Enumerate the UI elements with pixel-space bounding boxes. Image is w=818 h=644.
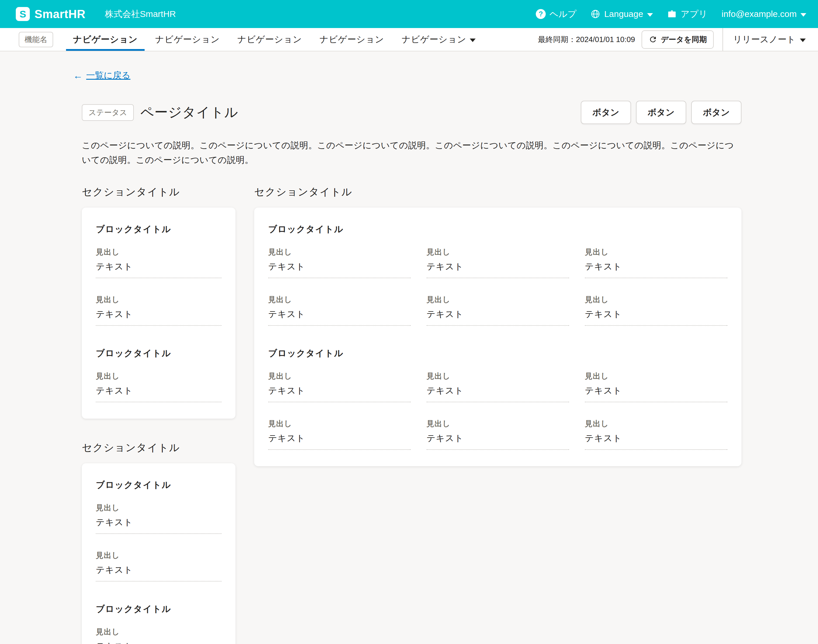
definition-value: テキスト <box>96 564 221 581</box>
global-header: S SmartHR 株式会社SmartHR ? ヘルプ Language <box>0 0 818 28</box>
definition-term: 見出し <box>96 503 221 513</box>
definition-term: 見出し <box>585 371 727 381</box>
sync-data-label: データを同期 <box>661 34 707 44</box>
definition-value: テキスト <box>268 385 411 402</box>
block-title: ブロックタイトル <box>268 347 727 359</box>
definition-term: 見出し <box>96 247 221 257</box>
briefcase-icon <box>667 9 677 19</box>
left-column: セクションタイトル ブロックタイトル 見出し テキスト 見出し テキスト <box>82 185 235 644</box>
block-2: ブロックタイトル 見出し テキスト 見出し テキスト <box>268 347 727 450</box>
definition-item: 見出し テキスト <box>96 247 221 278</box>
section-3: セクションタイトル ブロックタイトル 見出し テキスト 見出し テキスト <box>82 441 235 644</box>
definition-term: 見出し <box>268 419 411 429</box>
nav-right-area: 最終同期：2024/01/01 10:09 データを同期 リリースノート <box>538 28 810 51</box>
page-action-buttons: ボタン ボタン ボタン <box>581 101 741 124</box>
release-notes-menu[interactable]: リリースノート <box>723 34 810 46</box>
definition-value: テキスト <box>268 308 411 326</box>
definition-item: 見出し テキスト <box>426 419 569 450</box>
definition-value: テキスト <box>426 308 569 326</box>
definition-item: 見出し テキスト <box>268 294 411 326</box>
back-link-label: 一覧に戻る <box>86 69 130 81</box>
definition-term: 見出し <box>268 371 411 381</box>
definition-item: 見出し テキスト <box>585 247 727 278</box>
definition-value: テキスト <box>585 308 727 326</box>
definition-term: 見出し <box>426 419 569 429</box>
block-title: ブロックタイトル <box>268 223 727 235</box>
apps-menu-item[interactable]: アプリ <box>667 8 707 20</box>
block-2: ブロックタイトル 見出し テキスト <box>96 347 221 402</box>
header-menu: ? ヘルプ Language <box>536 8 806 20</box>
page-description: このページについての説明。このページについての説明。このページについての説明。こ… <box>82 138 741 167</box>
block-1: ブロックタイトル 見出し テキスト 見出し テキスト <box>96 479 221 581</box>
definition-term: 見出し <box>426 294 569 305</box>
chevron-down-icon <box>800 38 806 42</box>
definition-item: 見出し テキスト <box>268 371 411 402</box>
nav-tab-1[interactable]: ナビゲーション <box>64 28 146 51</box>
section-title: セクションタイトル <box>82 185 235 199</box>
language-menu-item[interactable]: Language <box>590 9 653 19</box>
action-button-3[interactable]: ボタン <box>691 101 741 124</box>
definition-term: 見出し <box>96 627 221 637</box>
smarthr-logo-text: SmartHR <box>34 8 86 21</box>
definition-term: 見出し <box>426 371 569 381</box>
definition-value: テキスト <box>96 517 221 534</box>
nav-tabs: ナビゲーション ナビゲーション ナビゲーション ナビゲーション ナビゲーション <box>64 28 484 51</box>
section-2: セクションタイトル ブロックタイトル 見出し テキスト 見出し <box>254 185 741 466</box>
company-name: 株式会社SmartHR <box>105 8 176 20</box>
nav-tab-3[interactable]: ナビゲーション <box>228 28 311 51</box>
nav-tab-2[interactable]: ナビゲーション <box>146 28 228 51</box>
definition-term: 見出し <box>585 294 727 305</box>
account-menu-item[interactable]: info@example.com <box>721 9 806 19</box>
definition-grid: 見出し テキスト 見出し テキスト 見出し テキスト <box>268 235 727 326</box>
main-content: ← 一覧に戻る ステータス ページタイトル ボタン ボタン ボタン このページに… <box>0 51 818 644</box>
definition-item: 見出し テキスト <box>96 550 221 581</box>
sync-data-button[interactable]: データを同期 <box>641 31 714 49</box>
definition-value: テキスト <box>585 432 727 450</box>
help-menu-item[interactable]: ? ヘルプ <box>536 8 577 20</box>
action-button-1[interactable]: ボタン <box>581 101 631 124</box>
block-title: ブロックタイトル <box>96 479 221 491</box>
definition-value: テキスト <box>585 385 727 402</box>
back-arrow-icon: ← <box>73 70 83 81</box>
feature-name-badge: 機能名 <box>19 32 53 47</box>
block-title: ブロックタイトル <box>96 347 221 359</box>
language-label: Language <box>604 9 643 19</box>
status-badge: ステータス <box>82 104 134 121</box>
nav-tab-label: ナビゲーション <box>320 34 384 46</box>
definition-term: 見出し <box>96 294 221 305</box>
definition-term: 見出し <box>268 247 411 257</box>
back-to-list-link[interactable]: ← 一覧に戻る <box>73 69 130 81</box>
definition-item: 見出し テキスト <box>585 294 727 326</box>
definition-value: テキスト <box>96 308 221 326</box>
app-navigation: 機能名 ナビゲーション ナビゲーション ナビゲーション ナビゲーション ナビゲー… <box>0 28 818 51</box>
smarthr-logo[interactable]: S SmartHR <box>16 7 86 21</box>
definition-value: テキスト <box>426 432 569 450</box>
section-3-card: ブロックタイトル 見出し テキスト 見出し テキスト ブロックタイトル <box>82 463 235 644</box>
definition-value: テキスト <box>96 261 221 278</box>
help-icon: ? <box>536 9 546 19</box>
nav-tab-5[interactable]: ナビゲーション <box>393 28 484 51</box>
definition-term: 見出し <box>96 550 221 561</box>
definition-item: 見出し テキスト <box>426 294 569 326</box>
chevron-down-icon <box>647 13 653 17</box>
definition-item: 見出し テキスト <box>426 247 569 278</box>
definition-item: 見出し テキスト <box>96 294 221 326</box>
right-column: セクションタイトル ブロックタイトル 見出し テキスト 見出し <box>254 185 741 466</box>
definition-grid: 見出し テキスト 見出し テキスト 見出し テキスト <box>268 359 727 450</box>
definition-term: 見出し <box>426 247 569 257</box>
account-email: info@example.com <box>721 9 796 19</box>
help-label: ヘルプ <box>549 8 577 20</box>
nav-tab-label: ナビゲーション <box>73 34 138 46</box>
definition-item: 見出し テキスト <box>585 371 727 402</box>
definition-value: テキスト <box>268 432 411 450</box>
nav-tab-4[interactable]: ナビゲーション <box>311 28 393 51</box>
definition-term: 見出し <box>585 247 727 257</box>
definition-value: テキスト <box>96 641 221 644</box>
content-columns: セクションタイトル ブロックタイトル 見出し テキスト 見出し テキスト <box>82 185 741 644</box>
action-button-2[interactable]: ボタン <box>636 101 686 124</box>
definition-value: テキスト <box>268 261 411 278</box>
release-notes-label: リリースノート <box>733 34 795 46</box>
definition-value: テキスト <box>426 385 569 402</box>
page-title: ページタイトル <box>140 103 238 121</box>
page-title-row: ステータス ページタイトル ボタン ボタン ボタン <box>82 101 741 124</box>
